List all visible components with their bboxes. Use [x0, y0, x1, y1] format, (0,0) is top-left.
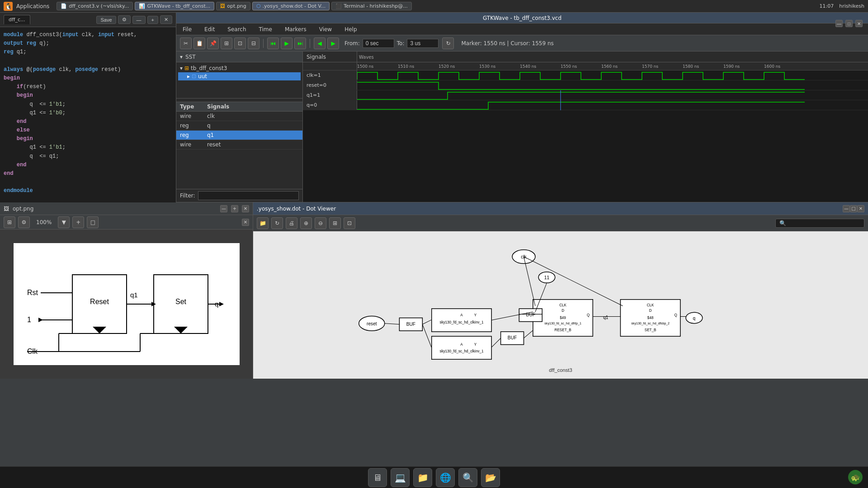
dot-extra-btn[interactable]: ⊡	[344, 217, 355, 229]
gtkwave-minimize[interactable]: —	[835, 20, 843, 27]
img-viewer-close[interactable]: ✕	[242, 219, 249, 226]
svg-line-69	[524, 330, 533, 338]
settings-button[interactable]: ⚙	[118, 15, 131, 24]
img-minimize[interactable]: —	[220, 205, 227, 212]
dot-icon: ⬡	[256, 3, 261, 9]
gtkwave-body: ▾ SST ▾ ⊞ tb_dff_const3 ▸ ⊡ uut	[176, 52, 868, 202]
refresh-button[interactable]: ↻	[442, 38, 454, 49]
svg-text:Q: Q	[675, 313, 677, 317]
img-close[interactable]: ✕	[242, 205, 249, 212]
sst-header[interactable]: ▾ SST	[176, 52, 302, 62]
viewer-icon: 🖼	[4, 206, 9, 212]
wave-label-q: q=0	[303, 100, 357, 110]
paste-button[interactable]: 📌	[207, 38, 219, 49]
taskbar-item-gtkwave[interactable]: 📊 GTKWave - tb_dff_const...	[135, 2, 214, 10]
svg-text:q1: q1	[603, 315, 609, 320]
signal-row-q[interactable]: reg q	[176, 121, 302, 131]
svg-text:dff_const3: dff_const3	[549, 367, 572, 373]
gtkwave-close[interactable]: ✕	[855, 20, 863, 27]
forward-button[interactable]: ⏭	[294, 38, 306, 49]
wave-area-q1	[357, 90, 868, 100]
zoom-button[interactable]: ⊡	[234, 38, 246, 49]
view-button[interactable]: ⊟	[248, 38, 259, 49]
dock-terminal[interactable]: 💻	[391, 468, 410, 487]
next-button[interactable]: ▶	[327, 38, 339, 49]
zoom-in-btn[interactable]: +	[72, 216, 84, 228]
back-button[interactable]: ⏮	[267, 38, 279, 49]
zoom-out-btn[interactable]: ▼	[58, 216, 70, 228]
dot-search-input[interactable]	[788, 220, 860, 226]
app-menu-label[interactable]: Applications	[16, 3, 49, 9]
dot-maximize[interactable]: □	[850, 205, 857, 212]
gtkwave-maximize[interactable]: □	[845, 20, 853, 27]
from-input[interactable]	[363, 39, 394, 48]
taskbar-item-terminal[interactable]: ⬛ Terminal - hrishikeshp@...	[331, 2, 412, 10]
sst-signals-panel: ▾ SST ▾ ⊞ tb_dff_const3 ▸ ⊡ uut	[176, 52, 303, 202]
play-button[interactable]: ▶	[281, 38, 292, 49]
dock-extra[interactable]: 🐢	[848, 470, 863, 484]
cut-button[interactable]: ✂	[180, 38, 192, 49]
menu-view[interactable]: View	[316, 25, 335, 33]
dot-open-btn[interactable]: 📁	[257, 217, 269, 229]
menu-search[interactable]: Search	[225, 25, 249, 33]
img-fit-btn[interactable]: □	[87, 216, 99, 228]
menu-edit[interactable]: Edit	[202, 25, 217, 33]
svg-text:1: 1	[27, 316, 31, 324]
img-maximize[interactable]: +	[231, 205, 238, 212]
signal-row-q1[interactable]: reg q1	[176, 131, 302, 140]
taskbar-item-optpng[interactable]: 🖼 opt.png	[216, 2, 250, 10]
wave-row-clk: clk=1	[303, 70, 868, 80]
svg-text:Q: Q	[587, 313, 590, 317]
menu-help[interactable]: Help	[342, 25, 359, 33]
code-content[interactable]: module dff_const3(input clk, input reset…	[0, 27, 176, 202]
menu-time[interactable]: Time	[256, 25, 275, 33]
image-content: Rst 1 Clk Reset Set q1	[0, 230, 253, 379]
dock-folder[interactable]: 📂	[481, 468, 500, 487]
dot-refresh-btn[interactable]: ↻	[271, 217, 283, 229]
dot-close[interactable]: ✕	[857, 205, 864, 212]
maximize-button[interactable]: +	[147, 16, 158, 24]
filter-input[interactable]	[198, 191, 299, 200]
svg-text:Reset: Reset	[90, 298, 109, 305]
svg-text:sky130_fd_sc_hd_dfsbp_2: sky130_fd_sc_hd_dfsbp_2	[631, 322, 670, 325]
close-button[interactable]: ✕	[160, 15, 172, 24]
image-viewer: 🖼 opt.png — + ✕ ⊞ ⚙ 100% ▼ + □ ✕ Rst	[0, 202, 253, 379]
taskbar-item-dff[interactable]: 📄 dff_const3.v (~vlsi/sky...	[57, 2, 133, 10]
signal-row-reset[interactable]: wire reset	[176, 140, 302, 150]
wave-area-reset	[357, 80, 868, 90]
img-toolbar-btn1[interactable]: ⊞	[4, 216, 15, 228]
tree-item-tb[interactable]: ▾ ⊞ tb_dff_const3	[178, 64, 301, 72]
minimize-button[interactable]: —	[132, 16, 146, 24]
fit-button[interactable]: ⊞	[221, 38, 232, 49]
dot-minimize[interactable]: —	[843, 205, 850, 212]
dock-files[interactable]: 📁	[413, 468, 432, 487]
signal-row-clk[interactable]: wire clk	[176, 112, 302, 121]
dot-zoomout-btn[interactable]: ⊖	[315, 217, 326, 229]
svg-text:Rst: Rst	[27, 289, 38, 296]
dock-monitor[interactable]: 🖥	[368, 468, 387, 487]
taskbar-item-dotviewer[interactable]: ⬡ .yosys_show.dot - Dot V...	[252, 2, 330, 10]
menu-markers[interactable]: Markers	[282, 25, 309, 33]
save-button[interactable]: Save	[96, 16, 116, 24]
svg-text:sky130_fd_sc_hd_clkinv_1: sky130_fd_sc_hd_clkinv_1	[439, 349, 484, 353]
col-signals: Signals	[203, 102, 302, 111]
dot-search: 🔍	[775, 219, 864, 228]
dot-fit-btn[interactable]: ⊞	[329, 217, 341, 229]
svg-text:reset: reset	[367, 321, 377, 326]
editor-tabs: dff_c... Save ⚙ — + ✕	[0, 13, 176, 27]
app-menu-icon[interactable]: 🐧	[4, 2, 13, 11]
svg-text:sky130_fd_sc_hd_clkinv_1: sky130_fd_sc_hd_clkinv_1	[439, 320, 484, 324]
to-input[interactable]	[407, 39, 439, 48]
dock-browser[interactable]: 🌐	[436, 468, 455, 487]
dot-zoomin-btn[interactable]: ⊕	[300, 217, 312, 229]
menu-file[interactable]: File	[180, 25, 194, 33]
svg-line-72	[524, 257, 623, 306]
dock-search[interactable]: 🔍	[458, 468, 477, 487]
prev-button[interactable]: ◀	[314, 38, 326, 49]
svg-line-68	[491, 338, 500, 347]
img-toolbar-btn2[interactable]: ⚙	[18, 216, 30, 228]
tree-item-uut[interactable]: ▸ ⊡ uut	[178, 72, 301, 80]
editor-tab-dff[interactable]: dff_c...	[4, 15, 30, 24]
dot-print-btn[interactable]: 🖨	[286, 217, 297, 229]
copy-button[interactable]: 📋	[193, 38, 205, 49]
